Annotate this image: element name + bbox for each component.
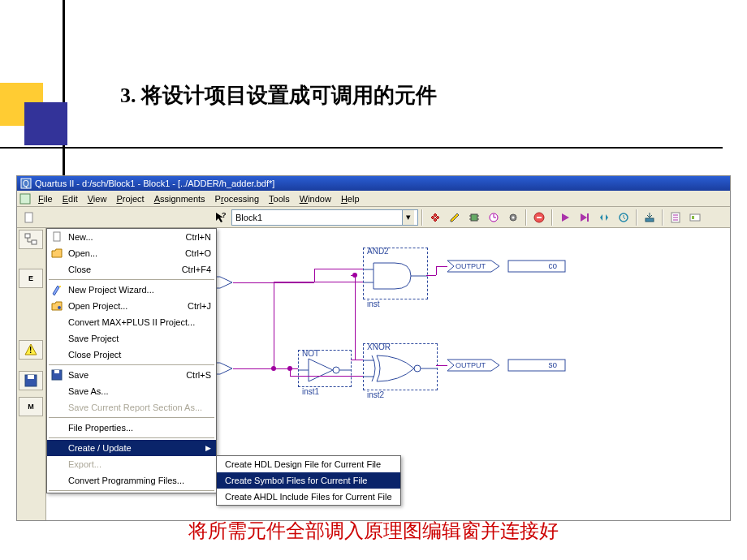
svg-rect-3: [25, 213, 32, 222]
submenu-hdl[interactable]: Create HDL Design File for Current File: [217, 456, 400, 472]
titlebar: Q Quartus II - d:/sch/Block1 - Block1 - …: [17, 176, 730, 191]
svg-point-47: [58, 306, 61, 309]
output-label-2: OUTPUT: [456, 361, 486, 369]
menu-close-project[interactable]: Close Project: [47, 347, 216, 363]
menu-close[interactable]: CloseCtrl+F4: [47, 261, 216, 278]
xnor-inst: inst2: [367, 390, 384, 399]
co-label: co: [548, 261, 557, 270]
create-update-submenu: Create HDL Design File for Current File …: [216, 455, 401, 506]
toolbar: ? Block1 ▾: [17, 207, 730, 228]
svg-rect-24: [25, 234, 30, 238]
simulate-icon[interactable]: [595, 209, 613, 226]
menu-convert-max[interactable]: Convert MAX+PLUS II Project...: [47, 314, 216, 330]
menu-save[interactable]: SaveCtrl+S: [47, 367, 216, 383]
open-project-icon: [50, 299, 63, 312]
svg-rect-17: [646, 218, 654, 222]
app-window: Q Quartus II - d:/sch/Block1 - Block1 - …: [16, 175, 731, 521]
combo-arrow-icon[interactable]: ▾: [402, 210, 414, 225]
compile-icon[interactable]: [556, 209, 574, 226]
combo-value: Block1: [235, 213, 262, 222]
svg-rect-2: [20, 194, 30, 204]
new-file-icon: [50, 230, 63, 243]
slide-title: 3. 将设计项目设置成可调用的元件: [120, 81, 437, 110]
menu-file-props[interactable]: File Properties...: [47, 420, 216, 436]
menu-new-wizard[interactable]: New Project Wizard...: [47, 282, 216, 298]
gutter-entity-icon[interactable]: E: [19, 269, 43, 288]
gutter-save-icon[interactable]: [19, 371, 43, 390]
file-menu-dropdown: New...Ctrl+N Open...Ctrl+O CloseCtrl+F4 …: [46, 228, 217, 493]
menu-file[interactable]: File: [33, 192, 58, 205]
menu-view[interactable]: View: [83, 192, 112, 205]
svg-text:Q: Q: [23, 179, 29, 188]
slide-footer: 将所需元件全部调入原理图编辑窗并连接好: [0, 518, 747, 544]
svg-text:?: ?: [222, 211, 227, 219]
titlebar-text: Quartus II - d:/sch/Block1 - Block1 - [.…: [35, 179, 274, 188]
menu-create-update[interactable]: Create / Update▶: [47, 440, 216, 456]
timing-icon[interactable]: [485, 209, 503, 226]
menu-convert-prog[interactable]: Convert Programming Files...: [47, 472, 216, 489]
svg-rect-30: [28, 375, 34, 379]
menu-window[interactable]: Window: [295, 192, 336, 205]
svg-point-39: [414, 365, 421, 372]
analysis-icon[interactable]: [576, 209, 594, 226]
output-co-port[interactable]: OUTPUTco: [447, 257, 577, 275]
hierarchy-combo[interactable]: Block1 ▾: [231, 209, 418, 226]
xnor-label: XNOR: [367, 342, 391, 351]
svg-rect-22: [690, 214, 700, 221]
not-inst: inst1: [302, 387, 319, 396]
wire-node: [287, 366, 292, 371]
report-icon[interactable]: [667, 209, 684, 226]
svg-rect-5: [471, 214, 477, 221]
menu-save-project[interactable]: Save Project: [47, 330, 216, 347]
svg-point-12: [512, 216, 515, 218]
menu-tools[interactable]: Tools: [264, 192, 295, 205]
download-icon[interactable]: [641, 209, 658, 226]
timing2-icon[interactable]: [615, 209, 633, 226]
chip-icon[interactable]: [465, 209, 483, 226]
pencil-icon[interactable]: [446, 209, 464, 226]
svg-point-46: [59, 286, 61, 287]
toolbar-new-icon[interactable]: [20, 209, 38, 226]
menu-new[interactable]: New...Ctrl+N: [47, 229, 216, 245]
svg-point-36: [333, 367, 339, 373]
decor-blue-box: [24, 102, 67, 145]
svg-text:!: !: [29, 346, 32, 355]
svg-rect-23: [692, 216, 694, 219]
submenu-ahdl[interactable]: Create AHDL Include Files for Current Fi…: [217, 489, 400, 505]
open-folder-icon: [50, 247, 63, 260]
submenu-symbol[interactable]: Create Symbol Files for Current File: [217, 472, 400, 489]
wire-node: [352, 273, 357, 278]
gutter-warning-icon[interactable]: !: [19, 340, 43, 360]
save-icon: [50, 368, 63, 381]
and2-label: AND2: [367, 247, 389, 256]
wire-node: [271, 366, 276, 371]
menubar: File Edit View Project Assignments Proce…: [17, 191, 730, 207]
menu-open-project[interactable]: Open Project...Ctrl+J: [47, 298, 216, 314]
menu-processing[interactable]: Processing: [210, 192, 264, 205]
svg-rect-14: [537, 217, 542, 218]
output-so-port[interactable]: OUTPUTso: [447, 356, 577, 374]
eda-icon[interactable]: [686, 209, 704, 226]
gutter-module-icon[interactable]: M: [19, 397, 43, 416]
stop-icon[interactable]: [530, 209, 548, 226]
help-pointer-icon[interactable]: ?: [212, 209, 230, 226]
not-gate[interactable]: NOT inst1: [298, 350, 352, 387]
menu-edit[interactable]: Edit: [58, 192, 83, 205]
menu-export: Export...: [47, 456, 216, 472]
window-icon: [19, 192, 32, 205]
menu-open[interactable]: Open...Ctrl+O: [47, 245, 216, 261]
and2-inst: inst: [367, 299, 380, 308]
so-label: so: [548, 360, 557, 369]
gutter-hierarchy-icon[interactable]: [19, 230, 43, 249]
gear-icon[interactable]: [504, 209, 522, 226]
menu-assignments[interactable]: Assignments: [149, 192, 210, 205]
and2-gate[interactable]: AND2 inst: [363, 248, 428, 299]
menu-project[interactable]: Project: [111, 192, 149, 205]
xnor-gate[interactable]: XNOR inst2: [363, 343, 438, 390]
menu-help[interactable]: Help: [336, 192, 365, 205]
menu-save-as[interactable]: Save As...: [47, 383, 216, 399]
app-icon: Q: [20, 178, 32, 189]
output-label: OUTPUT: [456, 262, 486, 270]
settings-icon[interactable]: [426, 209, 444, 226]
menu-save-current: Save Current Report Section As...: [47, 399, 216, 416]
